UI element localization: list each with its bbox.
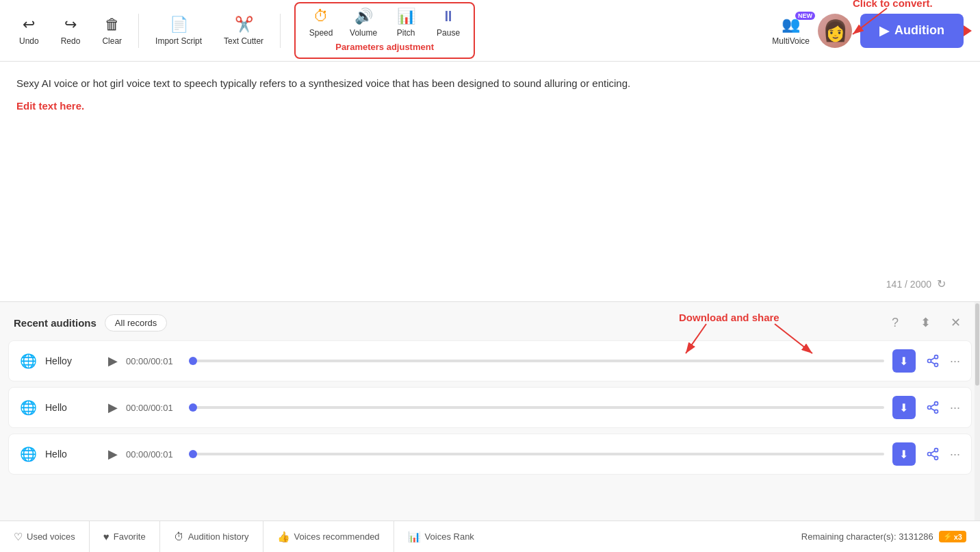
share-icon [926, 447, 940, 461]
pause-button[interactable]: ⏸ Pause [431, 8, 465, 38]
svg-point-13 [934, 402, 938, 405]
editor-text[interactable]: Sexy AI voice or hot girl voice text to … [16, 75, 964, 92]
audio-name: Helloy [45, 355, 100, 366]
toolbar-right: NEW 👥 MultiVoice 👩 ▶ Audition [772, 14, 964, 48]
svg-point-15 [934, 410, 938, 413]
play-button[interactable]: ▶ [108, 400, 118, 415]
progress-bar[interactable] [189, 360, 884, 362]
close-panel-button[interactable]: ✕ [944, 312, 966, 334]
clear-icon: 🗑 [105, 16, 120, 34]
pause-icon: ⏸ [441, 8, 456, 25]
clear-button[interactable]: 🗑 Clear [94, 10, 130, 51]
undo-icon: ↩ [23, 16, 35, 34]
row-actions: ⬇ ··· [892, 349, 960, 373]
globe-icon: 🌐 [20, 399, 37, 416]
text-cutter-button[interactable]: ✂️ Text Cutter [216, 10, 272, 51]
progress-thumb [189, 403, 197, 412]
progress-bar[interactable] [189, 406, 884, 409]
char-count: 141 / 2000 ↻ [886, 277, 946, 290]
time-display: 00:00/00:01 [126, 449, 181, 460]
panel-actions: ? ⬍ ✕ [884, 312, 966, 334]
import-script-button[interactable]: 📄 Import Script [147, 10, 210, 51]
globe-icon: 🌐 [20, 446, 37, 462]
row-actions: ⬇ ··· [892, 396, 960, 419]
globe-icon: 🌐 [20, 353, 37, 369]
share-button[interactable] [921, 442, 944, 466]
svg-point-10 [934, 363, 938, 366]
pitch-button[interactable]: 📊 Pitch [389, 8, 423, 38]
filter-button[interactable]: ⬍ [914, 312, 936, 334]
refresh-icon[interactable]: ↻ [937, 277, 946, 290]
svg-point-9 [927, 360, 931, 363]
share-icon [926, 401, 940, 414]
audio-name: Hello [45, 449, 100, 460]
more-options-button[interactable]: ··· [950, 401, 960, 415]
svg-point-14 [927, 406, 931, 410]
audition-history-icon: ⏱ [174, 531, 184, 542]
svg-line-16 [931, 408, 935, 410]
download-button[interactable]: ⬇ [892, 396, 916, 419]
download-button[interactable]: ⬇ [892, 442, 916, 466]
footer-right: Remaining character(s): 3131286 ⚡ x3 [801, 531, 966, 542]
panel-header: Recent auditions All records Download an… [0, 302, 980, 340]
voices-recommended-icon: 👍 [277, 531, 290, 543]
footer: ♡ Used voices ♥ Favorite ⏱ Audition hist… [0, 520, 980, 552]
footer-favorite[interactable]: ♥ Favorite [90, 521, 160, 552]
more-options-button[interactable]: ··· [950, 354, 960, 368]
volume-icon: 🔊 [354, 8, 373, 25]
share-icon [926, 354, 940, 368]
audio-rows-list: 🌐 Helloy ▶ 00:00/00:01 ⬇ ··· 🌐 [0, 340, 980, 520]
svg-text:Click to convert.: Click to convert. [853, 0, 933, 9]
svg-text:Download and share: Download and share [679, 312, 779, 323]
undo-button[interactable]: ↩ Undo [11, 10, 47, 51]
avatar-image: 👩 [823, 18, 848, 42]
more-options-button[interactable]: ··· [950, 447, 960, 462]
download-button[interactable]: ⬇ [892, 349, 916, 373]
share-button[interactable] [921, 396, 944, 419]
redo-button[interactable]: ↪ Redo [53, 10, 89, 51]
voices-rank-icon: 📊 [408, 531, 421, 543]
svg-line-12 [931, 357, 935, 360]
footer-voices-rank[interactable]: 📊 Voices Rank [394, 521, 488, 552]
play-button[interactable]: ▶ [108, 447, 118, 462]
time-display: 00:00/00:01 [126, 403, 181, 413]
time-display: 00:00/00:01 [126, 356, 181, 366]
multivoice-button[interactable]: NEW 👥 MultiVoice [772, 16, 810, 46]
favorite-icon: ♥ [103, 531, 109, 542]
new-badge: NEW [795, 12, 815, 20]
audio-row: 🌐 Hello ▶ 00:00/00:01 ⬇ ··· [8, 387, 972, 428]
panel-title: Recent auditions [14, 317, 96, 329]
avatar[interactable]: 👩 [818, 14, 852, 48]
svg-point-8 [934, 355, 938, 359]
speed-button[interactable]: ⏱ Speed [304, 8, 338, 38]
footer-voices-recommended[interactable]: 👍 Voices recommended [263, 521, 394, 552]
speed-icon: ⏱ [313, 8, 328, 25]
audition-button[interactable]: ▶ Audition [860, 14, 964, 48]
svg-line-22 [931, 451, 935, 453]
redo-icon: ↪ [64, 16, 77, 34]
help-button[interactable]: ? [884, 312, 906, 334]
svg-line-11 [931, 362, 935, 364]
progress-thumb [189, 357, 197, 365]
params-label: Parameters adjustment [335, 42, 434, 52]
toolbar: ↩ Undo ↪ Redo 🗑 Clear 📄 Import Script ✂️… [0, 0, 980, 62]
audio-name: Hello [45, 402, 100, 413]
params-adjustment-box: ⏱ Speed 🔊 Volume 📊 Pitch ⏸ Pause Paramet… [294, 2, 475, 59]
play-button[interactable]: ▶ [108, 353, 118, 368]
scrollbar[interactable] [975, 302, 980, 520]
share-button[interactable] [921, 349, 944, 373]
row-actions: ⬇ ··· [892, 442, 960, 466]
edit-hint[interactable]: Edit text here. [16, 100, 964, 112]
svg-line-21 [931, 455, 935, 457]
svg-line-17 [931, 404, 935, 406]
footer-audition-history[interactable]: ⏱ Audition history [160, 521, 263, 552]
progress-thumb [189, 450, 197, 458]
progress-bar[interactable] [189, 453, 884, 455]
editor-area: Sexy AI voice or hot girl voice text to … [0, 62, 980, 301]
import-script-icon: 📄 [170, 16, 188, 34]
footer-used-voices[interactable]: ♡ Used voices [14, 521, 90, 552]
pitch-icon: 📊 [397, 8, 415, 25]
all-records-button[interactable]: All records [105, 314, 167, 331]
svg-point-18 [934, 449, 938, 452]
volume-button[interactable]: 🔊 Volume [346, 8, 381, 38]
